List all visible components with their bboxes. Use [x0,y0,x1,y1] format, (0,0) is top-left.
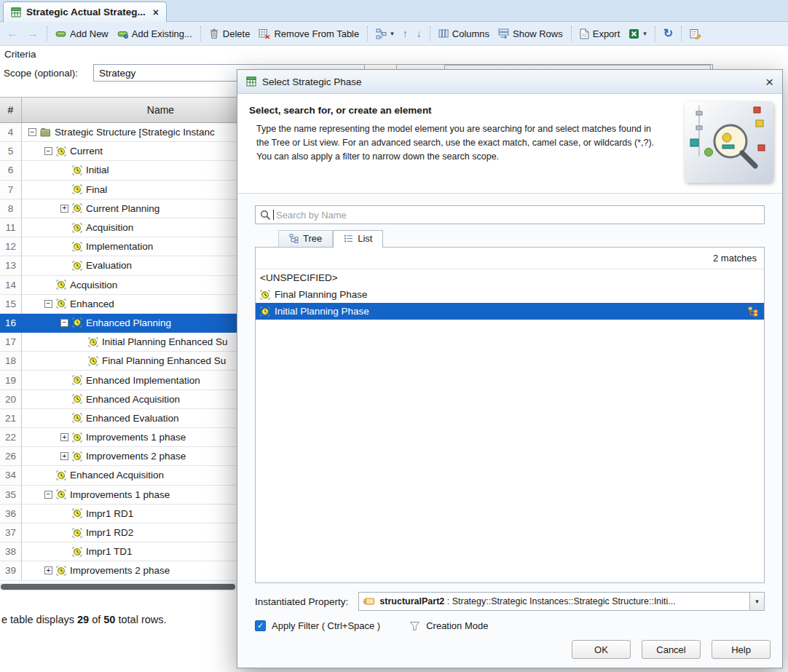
expand-toggle[interactable]: + [44,566,52,574]
select-strategic-phase-dialog: Select Strategic Phase × Select, search … [237,69,783,668]
numbering-button[interactable]: ▾ [372,26,398,41]
expand-toggle[interactable]: + [60,452,68,460]
header-number-column[interactable]: # [0,98,22,122]
ok-button[interactable]: OK [572,640,631,659]
tab-tree[interactable]: Tree [278,230,333,247]
add-new-icon [55,29,66,39]
collapse-toggle[interactable]: − [60,319,68,327]
search-field[interactable] [255,205,765,224]
expander-spacer [60,261,68,269]
tab-close-icon[interactable]: × [151,7,159,17]
report-button[interactable] [686,26,705,41]
row-label: Impr1 RD2 [86,527,133,538]
toolbar: ←→Add NewAdd Existing...DeleteRemove Fro… [0,22,788,46]
toolbar-separator [367,26,368,41]
show-rows-button[interactable]: Show Rows [495,26,567,41]
dialog-icon [246,76,256,87]
expand-toggle[interactable]: + [60,205,68,213]
banner-description: Type the name representing the model ele… [256,122,655,163]
tab-tree-label: Tree [303,233,322,244]
row-number: 36 [0,505,22,523]
nav-forward-button[interactable]: → [23,25,42,41]
creation-mode-label: Creation Mode [426,620,488,631]
structural-part-icon [363,596,375,606]
strategic-phase-icon [88,337,98,347]
expander-spacer [60,548,68,556]
expander-spacer [60,186,68,194]
export-button[interactable]: Export [576,26,624,41]
row-label: Final [86,184,107,195]
toolbar-button-label: Add Existing... [132,28,192,39]
row-number: 14 [0,276,22,295]
show-rows-icon [498,28,509,39]
add-existing-button[interactable]: Add Existing... [114,26,196,41]
row-number: 16 [0,314,22,333]
move-up-button[interactable]: ↑ [399,26,411,41]
move-down-button[interactable]: ↓ [413,26,425,41]
row-label: Enhanced Planning [86,317,171,328]
add-new-button[interactable]: Add New [52,26,112,41]
list-item[interactable]: Initial Planning Phase [256,303,764,320]
strategic-phase-icon [72,451,82,462]
nav-forward-icon: → [27,28,39,39]
row-label: Improvements 1 phase [86,432,186,443]
collapse-toggle[interactable]: − [28,128,36,136]
dialog-close-icon[interactable]: × [765,75,773,89]
add-existing-icon [117,29,128,39]
row-label: Acquisition [70,280,117,290]
search-input[interactable] [276,210,760,221]
strategic-phase-icon [56,299,66,309]
dialog-title: Select Strategic Phase [262,76,362,87]
chevron-down-icon: ▾ [755,598,759,605]
list-item-label: Initial Planning Phase [275,306,369,317]
expand-toggle[interactable]: + [60,433,68,441]
instantiated-property-combo[interactable]: structuralPart2 : Strategy::Strategic In… [358,592,765,611]
horizontal-scrollbar[interactable] [0,582,240,591]
columns-button[interactable]: Columns [435,26,493,41]
excel-button[interactable]: ▾ [625,26,650,41]
collapse-toggle[interactable]: − [44,300,52,308]
package-icon [40,127,51,137]
tab-title: Strategic Actual Strateg... [26,7,146,17]
strategic-phase-icon [72,261,82,271]
cancel-button[interactable]: Cancel [642,640,701,659]
toolbar-button-label: Export [593,28,620,39]
document-tab[interactable]: Strategic Actual Strateg... × [3,1,167,22]
scrollbar-thumb[interactable] [1,584,235,590]
dialog-titlebar[interactable]: Select Strategic Phase × [237,70,782,94]
nav-back-button[interactable]: ← [3,25,22,41]
apply-filter-checkbox[interactable]: ✓ [255,620,266,631]
row-number: 8 [0,199,22,218]
help-button[interactable]: Help [712,640,771,659]
row-number: 17 [0,333,22,352]
delete-button[interactable]: Delete [205,26,254,41]
row-number: 5 [0,142,22,161]
strategic-phase-icon [72,547,82,557]
expander-spacer [76,338,84,346]
tab-list[interactable]: List [333,230,383,248]
results-panel: 2 matches <UNSPECIFIED>Final Planning Ph… [255,247,765,583]
list-item[interactable]: Final Planning Phase [256,286,764,303]
check-icon: ✓ [257,622,264,630]
obscured-control [364,64,397,69]
toolbar-separator [681,26,682,41]
remove-from-table-button[interactable]: Remove From Table [255,26,363,41]
results-list[interactable]: <UNSPECIFIED>Final Planning PhaseInitial… [256,269,764,582]
filter-funnel-icon[interactable] [409,621,420,631]
row-label: Initial Planning Enhanced Su [102,336,228,347]
decorative-search-graphic [685,101,773,183]
toolbar-separator [430,26,430,41]
combo-dropdown-button[interactable]: ▾ [749,593,764,610]
expander-spacer [60,395,68,403]
strategic-phase-icon [72,242,82,252]
nav-back-icon: ← [7,28,18,39]
rows-shown-count: 29 [77,614,89,625]
instantiated-property-row: Instantiated Property: structuralPart2 :… [255,592,765,611]
row-label: Acquisition [86,222,133,233]
collapse-toggle[interactable]: − [44,491,52,499]
list-item[interactable]: <UNSPECIFIED> [256,269,764,286]
row-label: Enhanced Implementation [86,375,200,386]
refresh-button[interactable]: ↻ [660,25,677,41]
collapse-toggle[interactable]: − [44,147,52,155]
row-label: Current [70,146,103,157]
